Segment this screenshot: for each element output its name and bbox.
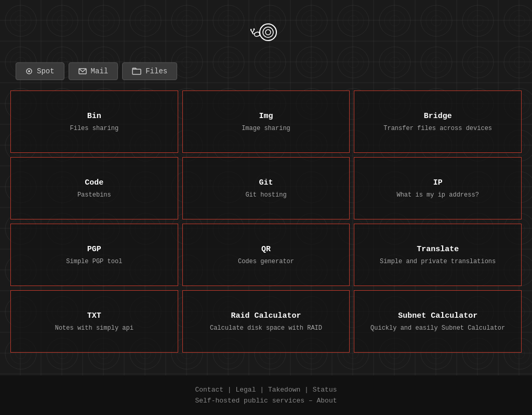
card-desc-code: Pastebins [77, 191, 111, 199]
card-desc-bin: Files sharing [70, 125, 119, 132]
tab-files[interactable]: Files [122, 62, 177, 80]
footer-separator: | [223, 386, 235, 394]
card-desc-raid-calculator: Calculate disk space with RAID [210, 325, 322, 332]
card-git[interactable]: GitGit hosting [182, 157, 350, 219]
card-title-qr: QR [261, 245, 271, 254]
footer-separator: | [256, 386, 268, 394]
footer-link-legal[interactable]: Legal [235, 386, 256, 394]
card-desc-git: Git hosting [245, 191, 286, 199]
service-grid: BinFiles sharingImgImage sharingBridgeTr… [0, 90, 532, 363]
svg-point-10 [254, 29, 255, 30]
card-txt[interactable]: TXTNotes with simply api [10, 290, 178, 353]
files-icon [132, 68, 141, 75]
svg-point-9 [250, 29, 252, 31]
card-pgp[interactable]: PGPSimple PGP tool [10, 224, 178, 286]
svg-point-5 [263, 27, 273, 37]
card-title-pgp: PGP [87, 245, 101, 254]
svg-line-8 [252, 30, 254, 33]
card-bridge[interactable]: BridgeTransfer files across devices [354, 90, 522, 153]
footer-link-contact[interactable]: Contact [195, 386, 223, 394]
card-title-git: Git [259, 178, 273, 187]
card-ip[interactable]: IPWhat is my ip address? [354, 157, 522, 219]
footer: Contact | Legal | Takedown | Status Self… [0, 375, 532, 415]
card-code[interactable]: CodePastebins [10, 157, 178, 219]
tab-mail[interactable]: Mail [69, 62, 118, 80]
card-desc-subnet-calculator: Quickly and easily Subnet Calculator [370, 325, 505, 332]
card-title-ip: IP [433, 178, 443, 187]
header [250, 0, 282, 57]
card-title-translate: Translate [417, 245, 459, 254]
footer-link-takedown[interactable]: Takedown [268, 386, 300, 394]
card-img[interactable]: ImgImage sharing [182, 90, 350, 153]
snail-logo-icon [250, 16, 282, 47]
card-title-txt: TXT [87, 312, 101, 320]
card-desc-img: Image sharing [242, 125, 290, 132]
card-title-bin: Bin [87, 112, 101, 121]
card-desc-txt: Notes with simply api [55, 325, 134, 332]
card-raid-calculator[interactable]: Raid CalculatorCalculate disk space with… [182, 290, 350, 353]
svg-point-6 [265, 30, 271, 35]
card-qr[interactable]: QRCodes generator [182, 224, 350, 286]
card-desc-ip: What is my ip address? [396, 191, 478, 199]
footer-tagline: Self-hosted public services – About [10, 397, 522, 405]
card-desc-qr: Codes generator [238, 258, 294, 265]
card-subnet-calculator[interactable]: Subnet CalculatorQuickly and easily Subn… [354, 290, 522, 353]
card-translate[interactable]: TranslateSimple and private translations [354, 224, 522, 286]
card-title-bridge: Bridge [424, 112, 452, 121]
card-title-raid-calculator: Raid Calculator [231, 312, 301, 320]
footer-link-status[interactable]: Status [313, 386, 337, 394]
card-title-code: Code [85, 178, 103, 187]
card-desc-bridge: Transfer files across devices [383, 125, 492, 132]
card-title-img: Img [259, 112, 273, 121]
svg-point-4 [260, 24, 276, 41]
footer-links: Contact | Legal | Takedown | Status [10, 386, 522, 394]
svg-rect-14 [132, 69, 141, 74]
tab-spot[interactable]: Spot [16, 62, 64, 80]
card-desc-pgp: Simple PGP tool [66, 258, 122, 265]
card-bin[interactable]: BinFiles sharing [10, 90, 178, 153]
footer-separator: | [300, 386, 312, 394]
card-desc-translate: Simple and private translations [380, 258, 496, 265]
mail-icon [78, 68, 87, 74]
svg-point-12 [28, 70, 30, 72]
spot-icon [25, 68, 33, 75]
card-title-subnet-calculator: Subnet Calculator [398, 312, 477, 320]
nav-tabs: Spot Mail Files [0, 57, 193, 90]
